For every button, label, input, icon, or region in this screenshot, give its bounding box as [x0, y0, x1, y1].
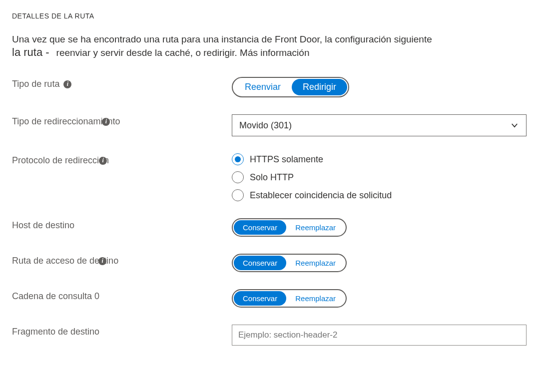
redirect-protocol-label: Protocolo de redirección	[12, 155, 109, 166]
radio-icon	[232, 153, 244, 165]
intro-prefix: la ruta -	[12, 46, 49, 59]
dest-fragment-label: Fragmento de destino	[12, 327, 99, 337]
route-type-toggle: Reenviar Redirigir	[232, 77, 349, 97]
radio-label: Solo HTTP	[250, 172, 294, 183]
route-type-label: Tipo de ruta	[12, 79, 59, 89]
radio-label: HTTPS solamente	[250, 154, 323, 165]
query-string-label: Cadena de consulta 0	[12, 291, 99, 302]
intro-rest: reenviar y servir desde la caché, o redi…	[56, 47, 310, 58]
dest-fragment-input[interactable]	[232, 325, 527, 346]
route-type-forward[interactable]: Reenviar	[234, 79, 292, 95]
dest-host-label: Host de destino	[12, 220, 74, 231]
chevron-down-icon	[510, 121, 519, 130]
info-icon[interactable]: i	[99, 157, 107, 165]
radio-icon	[232, 171, 244, 183]
query-string-replace[interactable]: Reemplazar	[286, 291, 345, 306]
route-type-redirect[interactable]: Redirigir	[292, 79, 347, 95]
info-icon[interactable]: i	[63, 80, 71, 88]
info-icon[interactable]: i	[98, 257, 106, 265]
redirect-protocol-radio-group: HTTPS solamente Solo HTTP Establecer coi…	[232, 153, 529, 201]
radio-http[interactable]: Solo HTTP	[232, 171, 529, 183]
dest-host-toggle: Conservar Reemplazar	[232, 218, 347, 237]
intro-line-2: la ruta - reenviar y servir desde la cac…	[12, 46, 529, 59]
info-icon[interactable]: i	[102, 118, 110, 126]
radio-match[interactable]: Establecer coincidencia de solicitud	[232, 189, 529, 201]
redirect-type-select[interactable]: Movido (301)	[232, 114, 527, 136]
dest-path-keep[interactable]: Conservar	[234, 256, 286, 270]
section-title: DETALLES DE LA RUTA	[12, 12, 529, 20]
dest-path-replace[interactable]: Reemplazar	[286, 256, 345, 270]
dest-host-keep[interactable]: Conservar	[234, 220, 286, 235]
query-string-keep[interactable]: Conservar	[234, 291, 286, 306]
dest-path-toggle: Conservar Reemplazar	[232, 254, 347, 272]
query-string-toggle: Conservar Reemplazar	[232, 289, 347, 308]
radio-icon	[232, 189, 244, 201]
dest-host-replace[interactable]: Reemplazar	[286, 220, 345, 235]
intro-line-1: Una vez que se ha encontrado una ruta pa…	[12, 34, 529, 45]
radio-label: Establecer coincidencia de solicitud	[250, 190, 392, 201]
radio-https[interactable]: HTTPS solamente	[232, 153, 529, 165]
redirect-type-value: Movido (301)	[239, 120, 292, 131]
